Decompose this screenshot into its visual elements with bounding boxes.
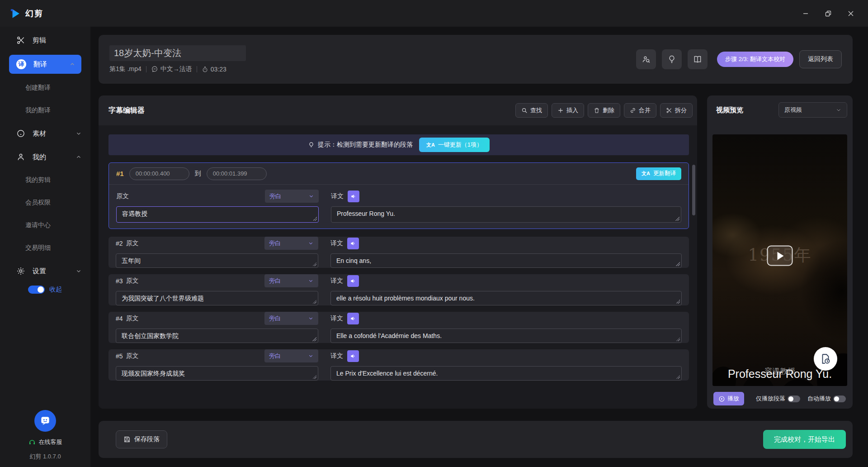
subtitle-entry-5[interactable]: #5 原文 旁白	[108, 349, 689, 381]
voice-type-select[interactable]: 旁白	[264, 274, 318, 287]
subtitle-entry-3[interactable]: #3 原文 旁白	[108, 274, 689, 305]
chevron-up-icon	[70, 62, 75, 67]
segment-only-toggle[interactable]	[788, 396, 800, 402]
find-button[interactable]: 查找	[515, 103, 548, 118]
entry-number: #1	[116, 170, 124, 177]
chevron-down-icon	[76, 131, 81, 136]
sidebar-item-my-translations[interactable]: 我的翻译	[0, 102, 90, 119]
online-support[interactable]: 在线客服	[28, 438, 62, 446]
insert-label: 插入	[566, 106, 578, 114]
scissors-icon	[16, 36, 25, 45]
merge-button[interactable]: 合并	[624, 103, 656, 118]
finish-export-button[interactable]: 完成校对，开始导出	[763, 430, 846, 449]
scissors-icon	[666, 107, 672, 114]
speaker-button[interactable]	[347, 313, 359, 324]
update-translation-button[interactable]: 文A 更新翻译	[636, 167, 681, 180]
app-name: 幻剪	[25, 8, 43, 19]
find-label: 查找	[530, 106, 542, 114]
delete-button[interactable]: 删除	[588, 103, 620, 118]
sidebar-item-translate[interactable]: 译 翻译	[9, 55, 81, 74]
autoplay-toggle[interactable]	[833, 396, 846, 402]
source-textarea[interactable]: 现颁发国家终身成就奖	[116, 366, 318, 381]
target-textarea[interactable]: elle a résolu huit problèmes mondiaux po…	[330, 291, 682, 305]
headset-icon	[28, 438, 36, 446]
source-textarea[interactable]: 容遇教授	[116, 206, 319, 223]
chevron-down-icon	[76, 268, 81, 274]
chevron-down-icon	[308, 353, 314, 359]
subtitle-list[interactable]: 提示：检测到需要更新翻译的段落 文A 一键更新（1项） #1 到	[99, 125, 697, 409]
source-label: 原文	[126, 277, 139, 285]
voice-type-select[interactable]: 旁白	[264, 349, 318, 362]
chevron-down-icon	[308, 316, 314, 321]
close-icon[interactable]	[843, 5, 859, 22]
voice-type-select[interactable]: 旁白	[265, 190, 319, 203]
person-icon	[16, 152, 25, 162]
speaker-button[interactable]	[347, 350, 359, 362]
target-textarea[interactable]: Professeur Rong Yu.	[331, 206, 681, 223]
source-textarea[interactable]: 联合创立国家数学院	[116, 329, 318, 343]
voice-type-select[interactable]: 旁白	[264, 312, 318, 325]
entry-number: #2	[116, 240, 123, 247]
sidebar-item-invite-center[interactable]: 邀请中心	[0, 217, 90, 234]
save-segments-button[interactable]: 保存段落	[116, 430, 167, 448]
back-to-list-button[interactable]: 返回列表	[799, 50, 842, 68]
topbar: 幻剪	[0, 0, 868, 27]
speaker-button[interactable]	[347, 275, 359, 287]
support-chat-button[interactable]	[34, 410, 56, 432]
sidebar-item-create-translation[interactable]: 创建翻译	[0, 79, 90, 96]
delete-label: 删除	[603, 106, 614, 114]
start-time-input[interactable]	[129, 167, 189, 180]
feedback-button[interactable]	[636, 49, 656, 69]
end-time-input[interactable]	[207, 167, 267, 180]
sidebar-item-mine[interactable]: 我的	[0, 148, 90, 166]
collapse-toggle[interactable]	[28, 286, 45, 294]
entry-number: #3	[116, 277, 123, 285]
source-textarea[interactable]: 为我国突破了八个世界级难题	[116, 291, 318, 305]
voice-type-select[interactable]: 旁白	[264, 237, 318, 250]
tips-button[interactable]	[662, 49, 682, 69]
speaker-button[interactable]	[347, 238, 359, 249]
sidebar-item-transactions[interactable]: 交易明细	[0, 239, 90, 257]
insert-button[interactable]: 插入	[552, 103, 584, 118]
sidebar-item-edit[interactable]: 剪辑	[0, 31, 90, 49]
app-logo-icon	[9, 8, 21, 19]
entry-number: #4	[116, 315, 123, 322]
subtitle-history-button[interactable]	[814, 347, 837, 371]
divider	[197, 66, 197, 72]
target-label: 译文	[330, 239, 343, 248]
subtitle-entry-4[interactable]: #4 原文 旁白	[108, 312, 689, 343]
play-button[interactable]: 播放	[713, 392, 744, 405]
target-textarea[interactable]: En cinq ans,	[330, 253, 682, 268]
target-textarea[interactable]: Elle a cofondé l'Académie des Maths.	[330, 329, 682, 343]
guide-button[interactable]	[688, 49, 708, 69]
scrollbar-thumb[interactable]	[692, 165, 695, 215]
subtitle-entry-1[interactable]: #1 到 文A 更新翻译 原文	[108, 162, 689, 229]
source-textarea[interactable]: 五年间	[116, 253, 318, 268]
link-icon	[630, 107, 636, 114]
split-button[interactable]: 拆分	[660, 103, 693, 118]
speaker-button[interactable]	[348, 191, 359, 202]
sidebar-item-materials[interactable]: 素材	[0, 124, 90, 143]
footer-bar: 保存段落 完成校对，开始导出	[99, 421, 853, 458]
sidebar-item-settings[interactable]: 设置	[0, 262, 90, 280]
sidebar-item-membership[interactable]: 会员权限	[0, 194, 90, 211]
video-source-select[interactable]: 原视频	[778, 102, 847, 118]
chevron-down-icon	[308, 278, 314, 284]
sidebar-item-my-clips[interactable]: 我的剪辑	[0, 172, 90, 189]
book-icon	[693, 55, 702, 64]
play-overlay-button[interactable]	[767, 246, 793, 266]
material-icon	[16, 129, 25, 138]
subtitle-entry-2[interactable]: #2 原文 旁白	[108, 237, 689, 268]
voice-type-value: 旁白	[269, 277, 281, 285]
autoplay-label: 自动播放	[807, 395, 831, 403]
update-all-button[interactable]: 文A 一键更新（1项）	[419, 138, 490, 152]
minimize-icon[interactable]	[797, 5, 814, 22]
target-textarea[interactable]: Le Prix d'Excellence lui est décerné.	[330, 366, 682, 381]
video-player[interactable]: 1955年 容遇教授 Professeur Rong Yu.	[712, 134, 847, 386]
plus-icon	[557, 107, 564, 114]
project-title[interactable]: 18岁太奶-中变法	[109, 45, 246, 61]
target-label: 译文	[330, 315, 343, 323]
notice-text: 提示：检测到需要更新翻译的段落	[318, 141, 413, 149]
restore-icon[interactable]	[820, 5, 836, 22]
source-label: 原文	[126, 239, 139, 248]
